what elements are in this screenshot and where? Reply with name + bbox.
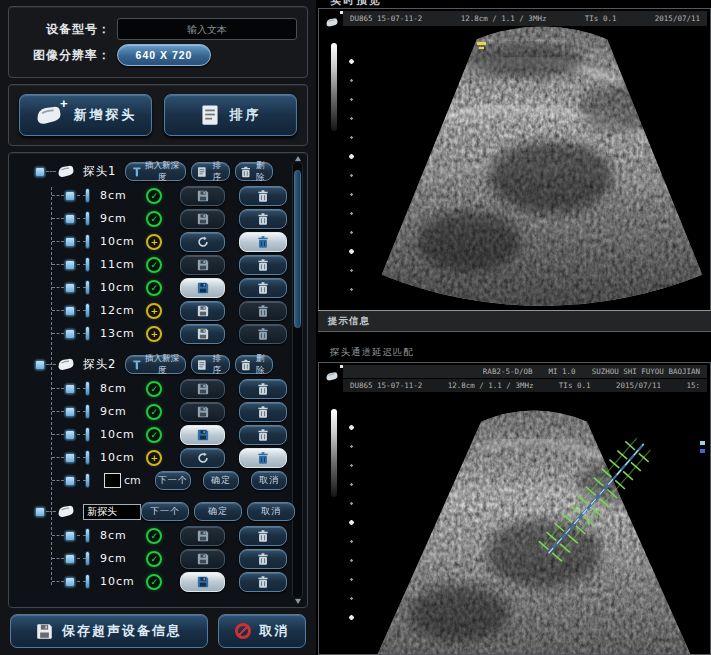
delete-button[interactable] [239, 255, 287, 275]
grayscale-bar [331, 409, 337, 497]
save-button[interactable] [180, 255, 224, 275]
tree-checkbox[interactable] [65, 453, 75, 463]
probe-header-row: 下一个确定取消 [11, 499, 287, 524]
tree-checkbox[interactable] [65, 407, 75, 417]
confirm-button[interactable]: 确定 [194, 502, 242, 521]
save-button[interactable] [180, 209, 224, 229]
depth-row: 8cm✓ [11, 184, 287, 207]
resolution-button[interactable]: 640 X 720 [117, 44, 211, 66]
tree-checkbox[interactable] [65, 191, 75, 201]
status-ok-icon: ✓ [146, 427, 162, 443]
save-button[interactable] [180, 572, 224, 592]
save-button[interactable] [180, 549, 224, 569]
save-button[interactable] [180, 301, 224, 321]
tree-checkbox[interactable] [65, 554, 75, 564]
delete-button[interactable] [239, 278, 287, 298]
save-button[interactable] [180, 379, 224, 399]
insert-depth-button[interactable]: 插入新深度 [125, 355, 186, 374]
delete-button[interactable] [239, 379, 287, 399]
save-button[interactable] [180, 425, 224, 445]
refresh-button[interactable] [180, 448, 224, 468]
delete-button[interactable] [239, 448, 287, 468]
cancel-button[interactable]: 取消 [218, 614, 306, 648]
tree-checkbox[interactable] [65, 329, 75, 339]
device-id: DU865 15-07-11-2 [350, 14, 422, 23]
delete-button[interactable] [239, 425, 287, 445]
tree-checkbox[interactable] [65, 306, 75, 316]
prohibition-icon [235, 623, 251, 639]
delete-button[interactable] [239, 402, 287, 422]
probe-header-buttons: 下一个确定取消 [141, 502, 295, 521]
probe-group: 下一个确定取消8cm✓9cm✓10cm✓ [11, 499, 287, 593]
status-ok-icon: ✓ [146, 211, 162, 227]
delete-probe-button[interactable]: 删除 [235, 355, 273, 374]
delete-button[interactable] [239, 572, 287, 592]
depth-value: 9cm [100, 405, 144, 418]
probe-mini-icon [325, 13, 339, 32]
depth-row: 8cm✓ [11, 377, 287, 400]
device-model-input[interactable] [117, 18, 297, 40]
save-device-info-button[interactable]: 保存超声设备信息 [10, 614, 208, 648]
tree-checkbox[interactable] [35, 167, 45, 177]
tree-checkbox[interactable] [65, 237, 75, 247]
preview-panel: 实时预览 DU865 15-07-11-2 12.8cm / 1.1 / 3MH… [318, 0, 711, 655]
tip-strip: 提示信息 [318, 310, 711, 332]
new-depth-input[interactable] [104, 473, 121, 488]
confirm-button[interactable]: 确定 [203, 471, 239, 490]
add-probe-button[interactable]: + 新增探头 [19, 94, 152, 136]
depth-row: 10cm✓ [11, 276, 287, 299]
next-button[interactable]: 下一个 [155, 471, 191, 490]
save-button[interactable] [180, 526, 224, 546]
next-button[interactable]: 下一个 [141, 502, 189, 521]
tree-checkbox[interactable] [35, 360, 45, 370]
delete-button[interactable] [239, 232, 287, 252]
save-button[interactable] [180, 278, 224, 298]
depth-slider-icon [85, 551, 90, 566]
delete-button[interactable] [239, 186, 287, 206]
sort-depths-button[interactable]: 排序 [191, 162, 229, 181]
depth-slider-icon [85, 234, 90, 249]
depth-scale-dots [349, 59, 354, 299]
depth-slider-icon [85, 528, 90, 543]
tree-checkbox[interactable] [65, 476, 75, 486]
tree-checkbox[interactable] [65, 260, 75, 270]
tree-checkbox[interactable] [65, 577, 75, 587]
sort-depths-button[interactable]: 排序 [191, 355, 229, 374]
tree-checkbox[interactable] [65, 384, 75, 394]
delete-button[interactable] [239, 324, 287, 344]
sort-probes-button[interactable]: 排序 [164, 94, 297, 136]
refresh-button[interactable] [180, 232, 224, 252]
cancel-button[interactable]: 取消 [251, 471, 287, 490]
delete-button[interactable] [239, 549, 287, 569]
config-panel: 设备型号： 图像分辨率： 640 X 720 + 新增探头 排序 探头1插入新深… [0, 0, 318, 655]
depth-value: 8cm [100, 189, 144, 202]
scrollbar-thumb[interactable] [294, 170, 301, 328]
insert-depth-button[interactable]: 插入新深度 [125, 162, 186, 181]
tree-checkbox[interactable] [65, 214, 75, 224]
tree-checkbox[interactable] [65, 283, 75, 293]
tree-checkbox[interactable] [65, 531, 75, 541]
delete-probe-button[interactable]: 删除 [235, 162, 273, 181]
tree-scrollbar[interactable] [292, 161, 303, 599]
save-button[interactable] [180, 186, 224, 206]
scroll-down-arrow[interactable] [295, 599, 301, 604]
probe-group: 探头2插入新深度排序删除8cm✓9cm✓10cm✓10cm+cm下一个确定取消 [11, 352, 287, 492]
delete-button[interactable] [239, 301, 287, 321]
delete-button[interactable] [239, 209, 287, 229]
save-button[interactable] [180, 402, 224, 422]
depth-row: 12cm+ [11, 299, 287, 322]
tree-checkbox[interactable] [65, 430, 75, 440]
status-ok-icon: ✓ [146, 280, 162, 296]
scroll-up-arrow[interactable] [295, 156, 301, 161]
status-ok-icon: ✓ [146, 528, 162, 544]
cancel-button[interactable]: 取消 [247, 502, 295, 521]
image2-header: RAB2-5-D/OB MI 1.0 SUZHOU SHI FUYOU BAOJ… [343, 365, 707, 392]
tree-checkbox[interactable] [35, 507, 45, 517]
probe-name-input[interactable] [83, 504, 141, 520]
probe-tree-section: 探头1插入新深度排序删除8cm✓9cm✓10cm+11cm✓10cm✓12cm+… [8, 152, 308, 608]
thermal-index: TIs 0.1 [585, 14, 617, 23]
depth-slider-icon [85, 404, 90, 419]
delete-button[interactable] [239, 526, 287, 546]
footer-actions: 保存超声设备信息 取消 [0, 614, 316, 648]
save-button[interactable] [180, 324, 224, 344]
